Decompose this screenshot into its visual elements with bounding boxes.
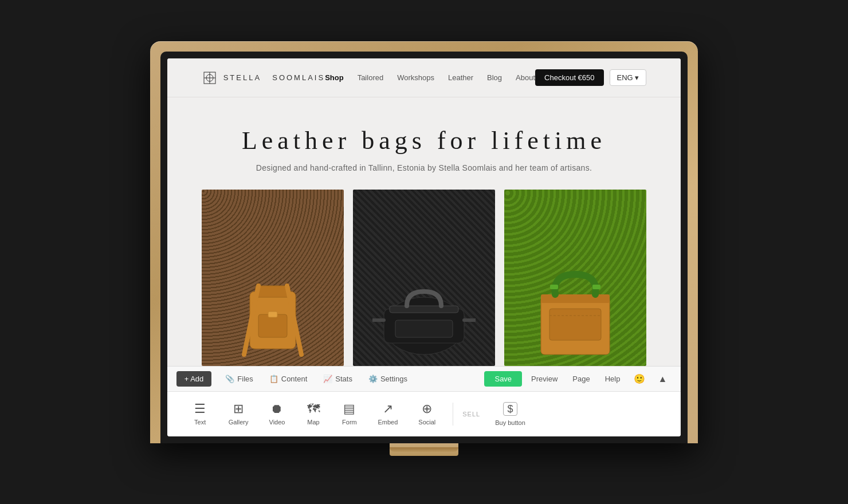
settings-icon: ⚙️ [368, 375, 378, 383]
embed-icon: ↗ [383, 403, 393, 415]
logo-icon [202, 70, 218, 86]
bag-black-svg [372, 257, 476, 360]
bag-brown-svg [227, 257, 319, 360]
page-button[interactable]: Page [567, 371, 595, 387]
svg-rect-5 [256, 286, 290, 297]
nav-shop[interactable]: Shop [325, 73, 344, 82]
settings-button[interactable]: ⚙️ Settings [362, 371, 414, 387]
product-image-3 [504, 190, 646, 366]
site-logo: STELLA SOOMLAIS [202, 70, 325, 86]
svg-rect-18 [550, 285, 558, 289]
form-label: Form [342, 419, 357, 426]
laptop-wrapper: STELLA SOOMLAIS Shop Tailored Workshops … [150, 41, 698, 463]
text-icon: ☰ [194, 403, 206, 415]
hero-subtitle: Designed and hand-crafted in Tallinn, Es… [179, 163, 670, 172]
svg-rect-17 [541, 294, 610, 303]
help-button[interactable]: Help [599, 371, 626, 387]
buy-button-icon: $ [503, 402, 517, 416]
screen: STELLA SOOMLAIS Shop Tailored Workshops … [167, 58, 681, 436]
laptop-lid: STELLA SOOMLAIS Shop Tailored Workshops … [150, 41, 698, 443]
block-embed[interactable]: ↗ Embed [370, 398, 406, 430]
sell-label: SELL [462, 411, 480, 418]
map-label: Map [307, 419, 319, 426]
social-label: Social [418, 419, 435, 426]
collapse-button[interactable]: ▲ [653, 372, 672, 387]
social-icon: ⊕ [422, 403, 432, 415]
embed-label: Embed [378, 419, 398, 426]
product-image-2 [353, 190, 495, 366]
block-map[interactable]: 🗺 Map [297, 398, 329, 430]
block-form[interactable]: ▤ Form [333, 398, 365, 430]
toolbar-right: Save Preview Page Help 🙂 ▲ [484, 371, 672, 387]
svg-rect-9 [268, 312, 277, 317]
stats-icon: 📈 [323, 375, 332, 383]
screen-bezel: STELLA SOOMLAIS Shop Tailored Workshops … [160, 52, 688, 443]
website-content: STELLA SOOMLAIS Shop Tailored Workshops … [167, 58, 681, 366]
svg-rect-20 [549, 309, 601, 340]
block-video[interactable]: ⏺ Video [261, 398, 293, 430]
video-label: Video [269, 419, 285, 426]
content-icon: 📋 [269, 375, 278, 383]
block-gallery[interactable]: ⊞ Gallery [221, 398, 257, 430]
laptop-base [390, 443, 458, 456]
gallery-icon: ⊞ [233, 403, 244, 415]
files-icon: 📎 [225, 375, 234, 383]
files-button[interactable]: 📎 Files [218, 371, 260, 387]
logo-text: STELLA SOOMLAIS [223, 73, 325, 82]
text-label: Text [194, 419, 206, 426]
hero-title: Leather bags for lifetime [179, 126, 670, 155]
svg-rect-19 [592, 285, 600, 289]
add-button[interactable]: + Add [176, 371, 212, 387]
nav-links: Shop Tailored Workshops Leather Blog Abo… [325, 73, 535, 82]
stats-button[interactable]: 📈 Stats [316, 371, 359, 387]
nav-leather[interactable]: Leather [448, 73, 473, 82]
block-buy-button[interactable]: $ Buy button [487, 397, 533, 431]
block-text[interactable]: ☰ Text [184, 398, 216, 430]
site-nav: STELLA SOOMLAIS Shop Tailored Workshops … [167, 58, 681, 97]
laptop-notch [390, 447, 458, 452]
save-button[interactable]: Save [484, 371, 522, 387]
lang-button[interactable]: ENG ▾ [610, 69, 647, 86]
content-button[interactable]: 📋 Content [262, 371, 315, 387]
nav-tailored[interactable]: Tailored [358, 73, 384, 82]
form-icon: ▤ [343, 403, 355, 415]
preview-button[interactable]: Preview [525, 371, 563, 387]
nav-workshops[interactable]: Workshops [397, 73, 434, 82]
nav-right: Checkout €650 ENG ▾ [535, 69, 646, 86]
video-icon: ⏺ [270, 403, 283, 415]
toolbar-left: + Add 📎 Files 📋 Content 📈 Stats [176, 371, 414, 387]
bag-kiwi-svg [524, 257, 627, 360]
hero-section: Leather bags for lifetime Designed and h… [167, 97, 681, 190]
product-gallery [167, 190, 681, 366]
block-social[interactable]: ⊕ Social [410, 398, 443, 430]
block-picker: ☰ Text ⊞ Gallery ⏺ Video 🗺 Map [167, 391, 681, 436]
nav-blog[interactable]: Blog [487, 73, 502, 82]
svg-rect-15 [395, 320, 453, 337]
svg-rect-8 [258, 314, 287, 337]
product-image-1 [202, 190, 344, 366]
nav-about[interactable]: About [516, 73, 535, 82]
editor-toolbar: + Add 📎 Files 📋 Content 📈 Stats [167, 366, 681, 391]
map-icon: 🗺 [307, 403, 320, 415]
svg-rect-12 [390, 306, 458, 313]
gallery-label: Gallery [229, 419, 249, 426]
buy-button-label: Buy button [495, 419, 525, 426]
smiley-button[interactable]: 🙂 [629, 371, 650, 387]
checkout-button[interactable]: Checkout €650 [535, 69, 603, 86]
sell-divider [453, 403, 453, 426]
